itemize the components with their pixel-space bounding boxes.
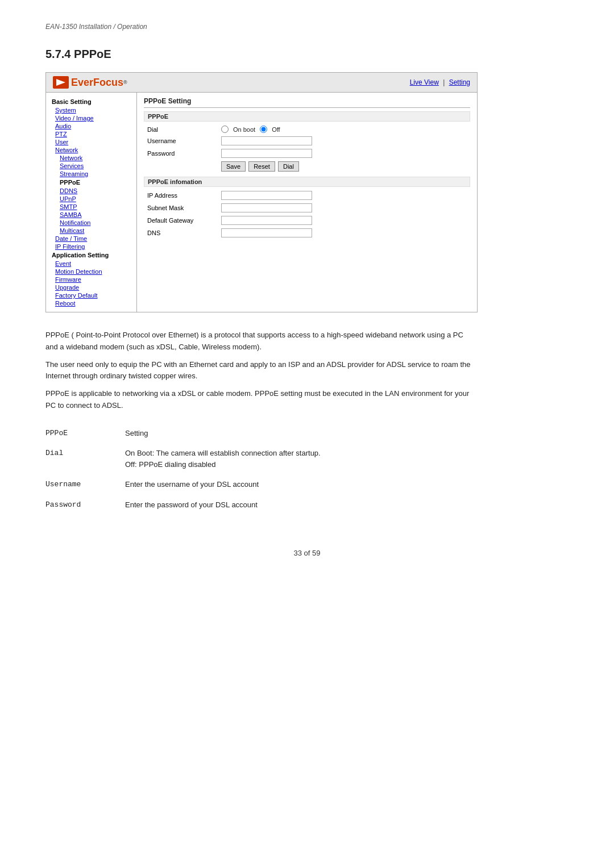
doc-header: EAN-1350 Installation / Operation <box>45 23 569 31</box>
pppoe-info-section-header: PPPoE infomation <box>144 177 470 187</box>
sidebar-item-notification[interactable]: Notification <box>46 219 136 227</box>
sidebar-item-network-group[interactable]: Network <box>46 146 136 154</box>
dns-row: DNS <box>144 227 470 239</box>
sidebar-item-motion-detection[interactable]: Motion Detection <box>46 268 136 276</box>
dial-off-label: Off <box>272 126 280 133</box>
sidebar-item-video-image[interactable]: Video / Image <box>46 114 136 122</box>
dial-options: On boot Off <box>218 124 470 135</box>
sidebar-item-date-time[interactable]: Date / Time <box>46 235 136 243</box>
glossary-row: DialOn Boot: The camera will establish c… <box>45 443 478 474</box>
username-row: Username <box>144 135 470 147</box>
ip-address-label: IP Address <box>144 189 218 202</box>
glossary-row: PPPoESetting <box>45 423 478 444</box>
sidebar-item-reboot[interactable]: Reboot <box>46 299 136 307</box>
ui-panel: EverFocus® Live View | Setting Basic Set… <box>45 72 478 312</box>
password-row: Password <box>144 147 470 160</box>
logo-icon <box>53 76 69 89</box>
sidebar-item-ip-filtering[interactable]: IP Filtering <box>46 243 136 251</box>
default-gateway-label: Default Gateway <box>144 214 218 227</box>
nav-separator: | <box>443 78 445 86</box>
glossary-definition: Setting <box>125 423 478 444</box>
sidebar-item-samba[interactable]: SAMBA <box>46 211 136 219</box>
sidebar-section-application: Application Setting <box>46 251 136 260</box>
dial-button[interactable]: Dial <box>278 161 299 172</box>
dns-cell <box>218 227 470 239</box>
default-gateway-input[interactable] <box>221 216 312 225</box>
sidebar-item-user[interactable]: User <box>46 138 136 146</box>
buttons-cell: Save Reset Dial <box>218 160 470 173</box>
glossary-definition: On Boot: The camera will establish conne… <box>125 443 478 474</box>
dial-row: Dial On boot Off <box>144 124 470 135</box>
pppoe-form: Dial On boot Off Username <box>144 124 470 173</box>
sidebar-item-upgrade[interactable]: Upgrade <box>46 283 136 291</box>
sidebar-item-ddns[interactable]: DDNS <box>46 187 136 195</box>
dial-onboot-radio[interactable] <box>221 126 229 133</box>
sidebar: Basic Setting System Video / Image Audio… <box>46 93 137 312</box>
username-label: Username <box>144 135 218 147</box>
sidebar-section-basic: Basic Setting <box>46 97 136 106</box>
page-footer: 33 of 59 <box>45 549 569 557</box>
sidebar-item-network[interactable]: Network <box>46 154 136 162</box>
ui-header: EverFocus® Live View | Setting <box>46 73 477 93</box>
logo-text: EverFocus <box>71 77 123 89</box>
ui-body: Basic Setting System Video / Image Audio… <box>46 93 477 312</box>
default-gateway-row: Default Gateway <box>144 214 470 227</box>
sidebar-item-upnp[interactable]: UPnP <box>46 195 136 203</box>
dial-off-radio[interactable] <box>260 126 267 133</box>
buttons-label-empty <box>144 160 218 173</box>
dial-label: Dial <box>144 124 218 135</box>
dns-label: DNS <box>144 227 218 239</box>
pppoe-section-header: PPPoE <box>144 111 470 122</box>
sidebar-item-event[interactable]: Event <box>46 260 136 268</box>
glossary-term: Password <box>45 495 125 515</box>
pppoe-info-form: IP Address Subnet Mask Default Gateway <box>144 189 470 239</box>
buttons-row: Save Reset Dial <box>144 160 470 173</box>
description-area: PPPoE ( Point-to-Point Protocol over Eth… <box>45 329 478 412</box>
sidebar-item-audio[interactable]: Audio <box>46 122 136 130</box>
ip-address-input[interactable] <box>221 191 312 200</box>
sidebar-item-firmware[interactable]: Firmware <box>46 276 136 283</box>
glossary-row: PasswordEnter the password of your DSL a… <box>45 495 478 515</box>
subnet-mask-input[interactable] <box>221 203 312 212</box>
username-cell <box>218 135 470 147</box>
dial-onboot-label: On boot <box>233 126 255 133</box>
sidebar-item-factory-default[interactable]: Factory Default <box>46 291 136 299</box>
subnet-mask-label: Subnet Mask <box>144 202 218 214</box>
password-cell <box>218 147 470 160</box>
sidebar-item-smtp[interactable]: SMTP <box>46 203 136 211</box>
password-input[interactable] <box>221 149 312 158</box>
dns-input[interactable] <box>221 228 312 237</box>
sidebar-item-pppoe-active: PPPoE <box>46 178 136 187</box>
ip-address-cell <box>218 189 470 202</box>
glossary-term: PPPoE <box>45 423 125 444</box>
description-para3: PPPoE is applicable to networking via a … <box>45 388 478 412</box>
password-label: Password <box>144 147 218 160</box>
sidebar-item-services[interactable]: Services <box>46 162 136 170</box>
sidebar-item-multicast[interactable]: Multicast <box>46 227 136 235</box>
glossary-row: UsernameEnter the username of your DSL a… <box>45 474 478 495</box>
setting-link[interactable]: Setting <box>449 78 470 86</box>
section-title: 5.7.4 PPPoE <box>45 48 569 61</box>
live-view-link[interactable]: Live View <box>410 78 439 86</box>
subnet-mask-cell <box>218 202 470 214</box>
glossary-term: Dial <box>45 443 125 474</box>
reset-button[interactable]: Reset <box>248 161 275 172</box>
default-gateway-cell <box>218 214 470 227</box>
ip-address-row: IP Address <box>144 189 470 202</box>
sidebar-item-streaming[interactable]: Streaming <box>46 170 136 178</box>
sidebar-item-ptz[interactable]: PTZ <box>46 130 136 138</box>
description-para2: The user need only to equip the PC with … <box>45 359 478 383</box>
content-title: PPPoE Setting <box>144 97 470 108</box>
username-input[interactable] <box>221 136 312 145</box>
sidebar-item-system[interactable]: System <box>46 106 136 114</box>
subnet-mask-row: Subnet Mask <box>144 202 470 214</box>
glossary-term: Username <box>45 474 125 495</box>
description-para1: PPPoE ( Point-to-Point Protocol over Eth… <box>45 329 478 353</box>
nav-links: Live View | Setting <box>410 78 470 86</box>
glossary-table: PPPoESettingDialOn Boot: The camera will… <box>45 423 478 515</box>
glossary-definition: Enter the username of your DSL account <box>125 474 478 495</box>
logo: EverFocus® <box>53 76 127 89</box>
save-button[interactable]: Save <box>221 161 246 172</box>
main-content: PPPoE Setting PPPoE Dial On boot Off <box>137 93 477 312</box>
glossary-definition: Enter the password of your DSL account <box>125 495 478 515</box>
